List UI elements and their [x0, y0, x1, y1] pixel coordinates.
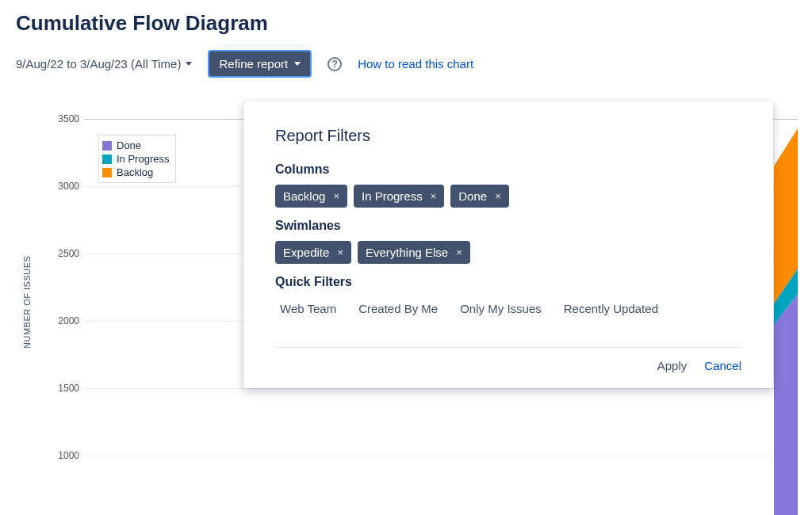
- legend-swatch: [102, 141, 112, 151]
- column-chip[interactable]: Backlog×: [275, 185, 347, 208]
- chart-legend: DoneIn ProgressBacklog: [98, 135, 176, 183]
- y-tick: 2500: [52, 248, 79, 259]
- quickfilters-section-label: Quick Filters: [275, 275, 741, 289]
- report-toolbar: 9/Aug/22 to 3/Aug/23 (All Time) Refine r…: [16, 50, 796, 78]
- how-to-read-link[interactable]: How to read this chart: [358, 57, 473, 71]
- legend-item[interactable]: Done: [102, 139, 169, 152]
- apply-button[interactable]: Apply: [657, 359, 688, 372]
- chip-label: Done: [458, 189, 487, 203]
- refine-report-popover: Report Filters Columns Backlog×In Progre…: [243, 101, 773, 388]
- remove-chip-icon[interactable]: ×: [333, 191, 339, 201]
- area-done: [774, 294, 798, 515]
- y-axis-label: NUMBER OF ISSUES: [22, 256, 32, 349]
- popover-title: Report Filters: [275, 127, 741, 145]
- quick-filter[interactable]: Created By Me: [358, 302, 438, 315]
- y-tick: 2000: [52, 315, 79, 326]
- legend-swatch: [102, 168, 112, 177]
- quick-filter[interactable]: Recently Updated: [564, 302, 658, 315]
- y-tick: 1500: [52, 383, 79, 394]
- chip-label: Everything Else: [366, 246, 448, 259]
- swimlane-chip[interactable]: Everything Else×: [358, 241, 470, 264]
- refine-report-label: Refine report: [219, 57, 288, 71]
- swimlanes-section-label: Swimlanes: [275, 219, 741, 233]
- legend-label: Backlog: [117, 166, 153, 178]
- legend-item[interactable]: Backlog: [102, 166, 169, 179]
- date-range-label: 9/Aug/22 to 3/Aug/23 (All Time): [16, 57, 181, 71]
- date-range-picker[interactable]: 9/Aug/22 to 3/Aug/23 (All Time): [16, 57, 192, 71]
- column-chip[interactable]: In Progress×: [354, 185, 444, 208]
- caret-down-icon: [186, 62, 192, 66]
- remove-chip-icon[interactable]: ×: [337, 247, 343, 258]
- y-tick: 3000: [52, 181, 79, 192]
- y-tick: 3500: [52, 113, 79, 124]
- legend-item[interactable]: In Progress: [102, 152, 169, 166]
- chip-label: Backlog: [283, 189, 325, 203]
- remove-chip-icon[interactable]: ×: [431, 191, 437, 201]
- remove-chip-icon[interactable]: ×: [495, 191, 501, 201]
- divider: [275, 347, 741, 348]
- legend-label: Done: [117, 139, 141, 151]
- quick-filter[interactable]: Only My Issues: [460, 302, 542, 315]
- help-icon[interactable]: ?: [327, 57, 342, 71]
- chip-label: In Progress: [362, 189, 423, 203]
- caret-down-icon: [294, 62, 301, 66]
- legend-swatch: [102, 154, 112, 164]
- columns-section-label: Columns: [275, 162, 741, 177]
- chip-label: Expedite: [283, 246, 329, 259]
- legend-label: In Progress: [117, 153, 169, 165]
- cancel-button[interactable]: Cancel: [704, 359, 741, 372]
- y-tick: 1000: [52, 450, 79, 461]
- swimlane-chip[interactable]: Expedite×: [275, 241, 351, 264]
- refine-report-button[interactable]: Refine report: [208, 50, 312, 78]
- column-chip[interactable]: Done×: [450, 185, 508, 208]
- quick-filter[interactable]: Web Team: [280, 302, 336, 315]
- remove-chip-icon[interactable]: ×: [456, 247, 462, 258]
- page-title: Cumulative Flow Diagram: [16, 11, 796, 36]
